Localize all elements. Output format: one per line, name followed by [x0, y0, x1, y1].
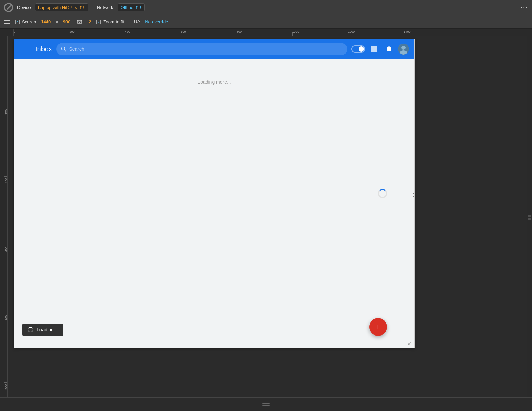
v-ruler-tick-label: 200 [5, 109, 8, 115]
screen-label: Screen [22, 19, 36, 24]
svg-rect-10 [371, 48, 373, 50]
svg-line-6 [64, 50, 66, 51]
hamburger-icon[interactable] [4, 20, 10, 24]
v-ruler-tick [4, 245, 7, 245]
svg-rect-3 [22, 49, 28, 49]
notifications-icon[interactable] [383, 43, 395, 55]
no-entry-icon[interactable] [4, 3, 13, 12]
divider-2 [129, 17, 129, 27]
screen-width: 1440 [41, 19, 51, 24]
network-label: Network [97, 5, 113, 10]
zoom-checkbox-item: Zoom to fit [96, 19, 124, 24]
loading-toast-label: Loading... [37, 327, 58, 332]
avatar[interactable] [398, 44, 409, 55]
network-arrow-icon: ⬆⬇ [135, 5, 142, 10]
ua-value: No override [145, 19, 168, 24]
drag-lines-icon [528, 214, 531, 220]
more-options-button[interactable]: ··· [521, 4, 528, 11]
svg-rect-0 [77, 20, 82, 23]
gmail-header: Inbox [14, 39, 414, 59]
loading-toast: Loading... [22, 324, 63, 336]
gmail-header-icons [351, 43, 409, 55]
svg-rect-2 [22, 47, 28, 47]
h-ruler-tick-label: 400 [125, 30, 130, 33]
v-ruler-tick-label: 400 [5, 178, 8, 183]
compose-fab-icon: + [375, 321, 381, 332]
svg-rect-15 [375, 50, 377, 52]
h-ruler-tick-label: 800 [237, 30, 242, 33]
screen-x-label: × [56, 19, 58, 24]
viewport: Inbox [14, 39, 415, 348]
gmail-menu-icon[interactable] [20, 43, 31, 56]
toast-spinner-icon [28, 327, 33, 332]
h-ruler-tick-label: 1000 [292, 30, 299, 33]
svg-rect-7 [371, 46, 373, 48]
h-ruler-tick [125, 33, 125, 36]
main-area: 2004006008001000 Inbox [0, 36, 532, 397]
content-spinner [378, 189, 387, 198]
spinner-icon [378, 189, 387, 198]
h-ruler-tick [70, 33, 70, 36]
screenshot-badge: 2 [89, 19, 91, 24]
svg-rect-4 [22, 51, 28, 51]
gmail-title: Inbox [35, 45, 52, 53]
h-ruler-tick [237, 33, 237, 36]
right-drag-handle[interactable] [527, 36, 532, 397]
h-ruler-tick [348, 33, 348, 36]
h-ruler-tick-label: 1200 [348, 30, 355, 33]
bottom-bar-handle-icon[interactable] [262, 403, 270, 406]
h-ruler-tick [292, 33, 293, 36]
screen-checkbox-item: Screen [15, 19, 36, 24]
collapse-arrow-icon[interactable]: ↙ [408, 341, 412, 346]
device-arrow-icon: ⬆⬇ [79, 5, 85, 10]
h-ruler-tick-label: 200 [70, 30, 75, 33]
h-ruler-tick [404, 33, 404, 36]
svg-rect-13 [371, 50, 373, 52]
h-ruler-tick [14, 33, 14, 36]
gmail-body: Loading more... Loading... + [14, 59, 414, 348]
device-label: Device [17, 5, 31, 10]
device-value: Laptop with HiDPI s [38, 5, 77, 10]
google-apps-icon[interactable] [368, 43, 380, 55]
h-ruler-tick [181, 33, 181, 36]
v-ruler-tick-label: 600 [5, 247, 8, 252]
network-select[interactable]: Offline ⬆⬇ [118, 3, 145, 11]
v-ruler-tick [4, 108, 7, 108]
svg-point-17 [401, 46, 406, 50]
svg-rect-8 [373, 46, 375, 48]
svg-point-18 [400, 50, 407, 55]
theme-toggle[interactable] [351, 45, 365, 53]
screenshot-icon[interactable] [75, 19, 84, 25]
compose-fab-button[interactable]: + [369, 318, 387, 336]
v-ruler-tick-label: 1000 [5, 384, 8, 391]
canvas-area: Inbox [8, 36, 532, 397]
gmail-search-bar[interactable] [56, 43, 347, 55]
search-icon [61, 46, 66, 52]
loading-more-text: Loading more... [197, 79, 231, 85]
h-ruler-tick-label: 600 [181, 30, 186, 33]
zoom-checkbox[interactable] [96, 20, 101, 24]
svg-rect-11 [373, 48, 375, 50]
toolbar-left: Device Laptop with HiDPI s ⬆⬇ Network Of… [4, 3, 515, 12]
viewport-resize-handle[interactable] [412, 185, 415, 202]
v-ruler-tick-label: 800 [5, 315, 8, 320]
horizontal-ruler: 0200400600800100012001400 [0, 29, 532, 36]
ua-label: UA [134, 19, 140, 24]
svg-rect-12 [375, 48, 377, 50]
v-ruler-tick [4, 176, 7, 177]
toolbar-right: ··· [521, 4, 528, 11]
screen-checkbox[interactable] [15, 20, 20, 24]
resize-lines-icon [413, 191, 415, 197]
h-ruler-tick-label: 0 [14, 30, 15, 33]
search-input[interactable] [69, 46, 342, 52]
network-value: Offline [121, 5, 133, 10]
h-ruler-tick-label: 1400 [404, 30, 411, 33]
toolbar-row1: Device Laptop with HiDPI s ⬆⬇ Network Of… [0, 0, 532, 15]
device-select[interactable]: Laptop with HiDPI s ⬆⬇ [35, 3, 88, 11]
v-ruler-tick [4, 314, 7, 314]
h-ruler-inner: 0200400600800100012001400 [14, 29, 532, 36]
svg-rect-9 [375, 46, 377, 48]
svg-rect-14 [373, 50, 375, 52]
v-ruler-tick [4, 382, 7, 383]
svg-point-1 [79, 21, 80, 23]
